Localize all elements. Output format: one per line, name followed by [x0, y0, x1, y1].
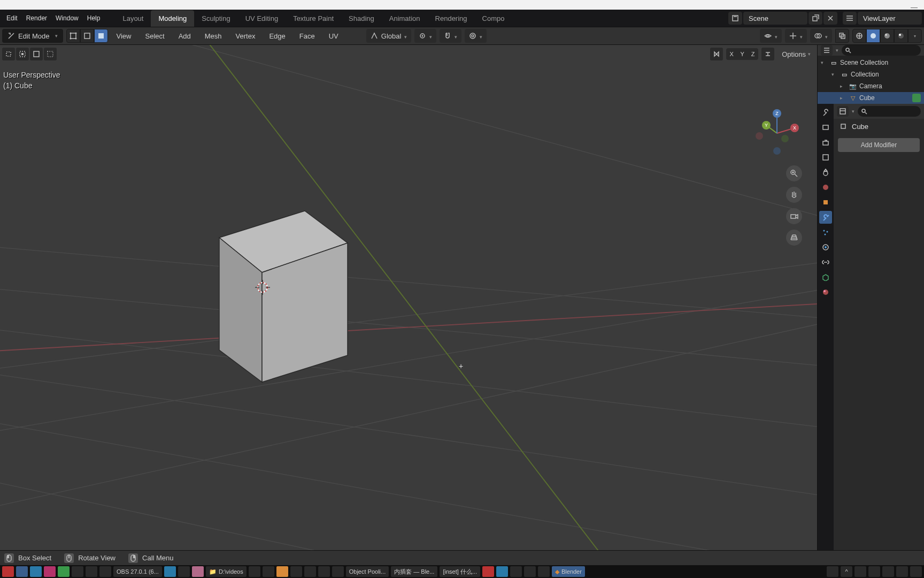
- taskbar-app-9[interactable]: [164, 566, 176, 577]
- axis-y-toggle[interactable]: Y: [737, 48, 748, 60]
- selectmode-icon-3[interactable]: [30, 48, 43, 60]
- taskbar-app-23[interactable]: [538, 566, 550, 577]
- toolbar-face[interactable]: Face: [294, 30, 320, 42]
- taskbar-browser-tab-1[interactable]: Object Pooli...: [346, 566, 389, 577]
- prop-tab-material[interactable]: [819, 286, 832, 299]
- perspective-icon[interactable]: [786, 230, 802, 246]
- tab-modeling[interactable]: Modeling: [151, 10, 194, 27]
- cube-mesh[interactable]: [176, 206, 358, 398]
- scene-delete-icon[interactable]: [823, 12, 837, 25]
- toolbar-vertex[interactable]: Vertex: [230, 30, 261, 42]
- taskbar-app-7[interactable]: [86, 566, 97, 577]
- prop-tab-viewlayer[interactable]: [819, 151, 832, 164]
- taskbar-app-15[interactable]: [290, 566, 302, 577]
- tray-icon-4[interactable]: [868, 566, 880, 577]
- window-minimize[interactable]: —: [911, 3, 918, 11]
- camera-icon[interactable]: [786, 208, 802, 224]
- taskbar-app-10[interactable]: [178, 566, 190, 577]
- selectmode-icon-2[interactable]: [16, 48, 29, 60]
- tray-icon-7[interactable]: [910, 566, 922, 577]
- taskbar-app-3[interactable]: [30, 566, 42, 577]
- taskbar-app-11[interactable]: [192, 566, 204, 577]
- material-shading[interactable]: [880, 29, 894, 43]
- taskbar-app-6[interactable]: [72, 566, 83, 577]
- tray-icon-3[interactable]: [854, 566, 866, 577]
- mesh-display-dropdown[interactable]: [760, 29, 782, 43]
- prop-tab-render[interactable]: [819, 121, 832, 134]
- axis-x-toggle[interactable]: X: [726, 48, 737, 60]
- taskbar-app-17[interactable]: [318, 566, 330, 577]
- taskbar-browser-tab-3[interactable]: [inset] 什么...: [440, 566, 480, 577]
- 3d-viewport[interactable]: + X Y Z Options User Perspect: [0, 45, 817, 550]
- face-select-mode[interactable]: [94, 29, 108, 43]
- automerge-icon[interactable]: [761, 48, 774, 60]
- taskbar-app-5[interactable]: [58, 566, 70, 577]
- overlays-dropdown[interactable]: [810, 29, 832, 43]
- taskbar-app-19[interactable]: [482, 566, 494, 577]
- tree-scene-collection[interactable]: ▾ ▭ Scene Collection: [818, 57, 924, 69]
- prop-tab-world[interactable]: [819, 181, 832, 194]
- prop-tab-mesh-data[interactable]: [819, 271, 832, 284]
- pan-icon[interactable]: [786, 187, 802, 203]
- axis-z-toggle[interactable]: Z: [748, 48, 758, 60]
- tab-uv-editing[interactable]: UV Editing: [238, 10, 286, 27]
- toolbar-select[interactable]: Select: [140, 30, 170, 42]
- mirror-icon[interactable]: [710, 48, 723, 60]
- edge-select-mode[interactable]: [80, 29, 94, 43]
- prop-tab-modifier[interactable]: [819, 211, 832, 224]
- tree-item-camera[interactable]: ▸ 📷 Camera: [818, 80, 924, 92]
- prop-tab-constraints[interactable]: [819, 256, 832, 269]
- tab-layout[interactable]: Layout: [115, 10, 151, 27]
- zoom-icon[interactable]: [786, 165, 802, 181]
- viewlayer-browse-icon[interactable]: [843, 12, 857, 25]
- toolbar-uv[interactable]: UV: [324, 30, 344, 42]
- tree-collection[interactable]: ▾ ▭ Collection: [818, 69, 924, 80]
- menu-edit[interactable]: Edit: [2, 11, 22, 25]
- taskbar-app-2[interactable]: [16, 566, 28, 577]
- taskbar-app-12[interactable]: [249, 566, 260, 577]
- transform-orientation[interactable]: Global: [366, 29, 412, 43]
- scene-browse-icon[interactable]: [728, 12, 742, 25]
- tab-compositing[interactable]: Compo: [475, 10, 512, 27]
- tab-shading[interactable]: Shading: [341, 10, 382, 27]
- tray-icon-2[interactable]: ^: [841, 566, 852, 577]
- prop-tab-output[interactable]: [819, 136, 832, 149]
- navigation-gizmo[interactable]: X Y Z: [753, 109, 801, 157]
- gizmo-dropdown[interactable]: [785, 29, 807, 43]
- toolbar-edge[interactable]: Edge: [264, 30, 290, 42]
- taskbar-app-20[interactable]: [496, 566, 508, 577]
- toolbar-mesh[interactable]: Mesh: [199, 30, 227, 42]
- xray-toggle[interactable]: [835, 29, 849, 43]
- prop-tab-particles[interactable]: [819, 226, 832, 239]
- taskbar-app-1[interactable]: [2, 566, 14, 577]
- prop-tab-scene[interactable]: [819, 166, 832, 179]
- toolbar-add[interactable]: Add: [173, 30, 196, 42]
- options-dropdown[interactable]: Options: [777, 48, 815, 60]
- vertex-select-mode[interactable]: [66, 29, 80, 43]
- scene-new-icon[interactable]: [808, 12, 822, 25]
- mode-selector[interactable]: Edit Mode: [2, 29, 63, 43]
- taskbar-app-8[interactable]: [99, 566, 111, 577]
- taskbar-app-18[interactable]: [332, 566, 344, 577]
- prop-tab-object[interactable]: [819, 196, 832, 209]
- prop-tab-physics[interactable]: [819, 241, 832, 254]
- taskbar-browser-tab-2[interactable]: 内插套 — Ble...: [391, 566, 437, 577]
- scene-name-field[interactable]: Scene: [743, 12, 807, 25]
- taskbar-app-22[interactable]: [524, 566, 536, 577]
- tray-icon-5[interactable]: [882, 566, 894, 577]
- menu-render[interactable]: Render: [22, 11, 51, 25]
- taskbar-app-21[interactable]: [510, 566, 522, 577]
- pivot-point[interactable]: [414, 29, 436, 43]
- taskbar-obs[interactable]: OBS 27.0.1 (6...: [113, 566, 162, 577]
- snap-toggle[interactable]: [440, 29, 461, 43]
- tray-icon-1[interactable]: [827, 566, 838, 577]
- taskbar-app-14[interactable]: [276, 566, 288, 577]
- selectmode-icon-1[interactable]: [2, 48, 15, 60]
- outliner-editor-icon[interactable]: [821, 45, 833, 56]
- tray-icon-6[interactable]: [896, 566, 908, 577]
- taskbar-blender[interactable]: ◆Blender: [552, 566, 585, 577]
- viewlayer-name-field[interactable]: ViewLayer: [858, 12, 922, 25]
- outliner-search[interactable]: [842, 45, 921, 56]
- menu-help[interactable]: Help: [83, 11, 105, 25]
- taskbar-folder[interactable]: 📁D:\videos: [206, 566, 247, 577]
